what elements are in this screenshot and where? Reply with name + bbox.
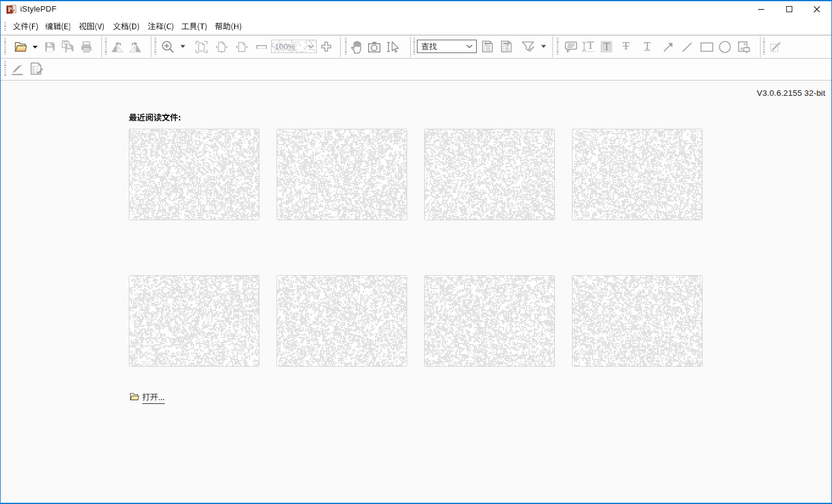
zoom-button-icon [161, 40, 175, 54]
recent-file-thumbnail-preview [277, 276, 407, 366]
minimize-button[interactable] [747, 1, 775, 17]
menu-item-document[interactable] [113, 21, 140, 32]
toolbar-grip-handle[interactable] [557, 38, 559, 56]
find-combo-chevron-icon [466, 45, 472, 48]
menu-item-tools[interactable] [181, 21, 208, 32]
close-button[interactable] [803, 1, 831, 17]
note-comment-button[interactable] [565, 41, 577, 53]
filter-dropdown-icon [541, 45, 547, 49]
app-window: P iStylePDF T T T T [0, 0, 832, 504]
zoom-level-combobox[interactable]: 100% [271, 40, 317, 53]
open-button-icon [13, 41, 27, 52]
toolbar-separator [340, 36, 341, 57]
insert-text-dotted-underline [582, 51, 595, 52]
fit-height-button[interactable] [215, 41, 228, 53]
menu-item-edit[interactable] [45, 21, 71, 32]
open-file-link[interactable] [129, 392, 203, 403]
open-dropdown[interactable] [32, 45, 38, 49]
recent-file-thumbnail[interactable] [277, 275, 407, 367]
window-title: iStylePDF [20, 4, 57, 13]
menu-item-help-label [215, 21, 242, 32]
form-check-button[interactable] [30, 62, 43, 76]
arrow-tool-button[interactable] [662, 41, 674, 52]
filter-dropdown[interactable] [541, 45, 547, 49]
rotate-left-button[interactable] [110, 41, 124, 53]
zoom-dropdown[interactable] [180, 45, 186, 49]
save-as-button-icon [62, 40, 74, 53]
rotate-left-button-icon [110, 41, 124, 53]
fit-height-button-icon [215, 41, 228, 53]
find-combo-value [421, 41, 440, 52]
toolbar-grip-handle[interactable] [154, 38, 156, 56]
zoom-combo-chevron-icon [308, 45, 314, 48]
open-dropdown-icon [32, 45, 38, 49]
select-text-button[interactable] [386, 41, 399, 53]
menu-item-help[interactable] [215, 21, 242, 32]
zoom-button[interactable] [161, 40, 175, 54]
rectangle-tool-button[interactable] [700, 41, 714, 53]
menu-item-view[interactable] [79, 21, 105, 32]
toolbar-grip-handle[interactable] [345, 38, 347, 56]
toolbar2-grip-handle[interactable] [4, 61, 6, 77]
line-tool-button-icon [681, 41, 693, 52]
recent-file-thumbnail[interactable] [572, 275, 703, 367]
snapshot-button[interactable] [367, 41, 381, 53]
toolbar-grip-handle[interactable] [763, 38, 765, 56]
toolbar-grip-handle[interactable] [105, 38, 107, 56]
underline-text-button[interactable]: T [641, 40, 653, 52]
toolbar-separator [410, 36, 411, 57]
rectangle-tool-button-icon [700, 41, 714, 53]
menu-item-edit-label [45, 21, 71, 32]
recent-file-thumbnail-preview [573, 276, 702, 366]
toolbar-grip-handle[interactable] [4, 38, 6, 56]
minimize-icon [758, 6, 764, 12]
menu-item-file[interactable] [13, 21, 38, 32]
fit-width-button[interactable] [236, 41, 248, 53]
maximize-button[interactable] [775, 1, 803, 17]
menu-item-comment[interactable] [148, 21, 174, 32]
sign-button[interactable] [770, 41, 782, 52]
save-as-button[interactable] [62, 40, 74, 53]
recent-file-thumbnail[interactable] [424, 275, 555, 367]
rotate-right-button[interactable] [129, 41, 142, 53]
recent-file-thumbnail[interactable] [129, 129, 259, 220]
toolbar-row-1: T T T T 100% [0, 35, 832, 58]
titlebar: P iStylePDF [0, 1, 832, 17]
open-button[interactable] [13, 41, 27, 52]
strikeout-text-button[interactable]: T [620, 40, 632, 52]
image-stamp-button[interactable] [737, 41, 751, 53]
toolbar-separator [552, 36, 553, 57]
recent-file-thumbnail[interactable] [129, 275, 259, 367]
toolbar-grip-handle[interactable] [413, 38, 415, 56]
select-text-button-icon [386, 41, 399, 53]
menubar-grip-handle[interactable] [4, 22, 6, 31]
recent-file-thumbnail[interactable] [277, 129, 407, 220]
recent-file-thumbnail-preview [129, 129, 259, 220]
line-tool-button[interactable] [681, 41, 693, 52]
ellipse-tool-button[interactable] [718, 41, 731, 53]
find-next-button[interactable] [501, 40, 512, 53]
fit-page-button[interactable] [195, 41, 208, 53]
recent-file-thumbnail[interactable] [572, 129, 703, 220]
save-button-icon [44, 41, 56, 52]
signature-pen-button[interactable] [10, 62, 24, 76]
filter-button[interactable] [521, 41, 535, 52]
hand-tool-button[interactable] [350, 40, 364, 54]
ellipse-tool-button-icon [718, 41, 731, 53]
insert-text-T: T [587, 40, 594, 51]
print-button[interactable] [80, 41, 93, 52]
insert-text-button[interactable]: T [582, 40, 596, 53]
save-button[interactable] [44, 41, 56, 52]
version-label: V3.0.6.2155 32-bit [757, 88, 825, 98]
find-previous-button[interactable] [482, 40, 493, 53]
recent-file-thumbnail-preview [129, 276, 259, 366]
signature-pen-icon [10, 62, 24, 76]
highlight-text-button[interactable]: T [601, 41, 612, 52]
insert-text-icon [582, 41, 587, 51]
find-previous-button-icon [482, 40, 493, 53]
zoom-in-button[interactable] [321, 41, 331, 52]
recent-file-thumbnail[interactable] [424, 129, 555, 220]
find-combobox[interactable] [417, 40, 477, 53]
zoom-out-button[interactable] [256, 45, 267, 49]
open-folder-icon [129, 392, 140, 401]
